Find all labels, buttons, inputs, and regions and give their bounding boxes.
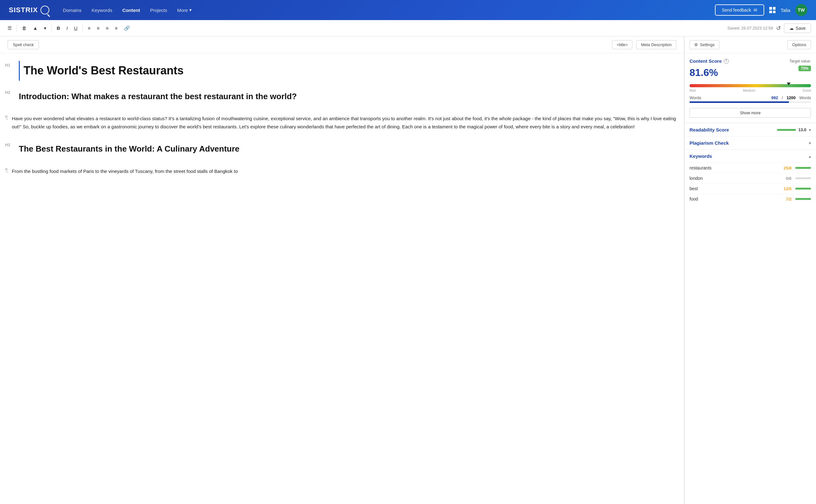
align-left-button[interactable]: ≡ — [85, 24, 93, 33]
block-p1: ¶ Have you ever wondered what elevates a… — [5, 112, 676, 133]
words-bar-fill — [690, 101, 789, 103]
block-p2: ¶ From the bustling food markets of Pari… — [5, 165, 676, 178]
block-label-h2-intro: H2 — [5, 88, 15, 95]
kw-row-food: food 7/2 — [690, 194, 811, 204]
kw-name: restaurants — [690, 165, 784, 170]
p1-text[interactable]: Have you ever wondered what elevates a r… — [12, 112, 676, 133]
content-score-header: Content Score ? Target value: — [690, 58, 811, 64]
logo-text: SISTRIX — [9, 6, 38, 14]
score-bar-labels: Bad Medium Good — [690, 88, 811, 92]
readability-title: Readability Score — [690, 127, 777, 132]
separator2 — [51, 24, 52, 32]
nav-domains[interactable]: Domains — [59, 5, 85, 15]
settings-button[interactable]: ⚙ Settings — [690, 40, 719, 49]
mail-icon: ✉ — [754, 8, 757, 13]
chevron-down-icon: ▾ — [189, 7, 192, 13]
apps-grid-icon[interactable] — [769, 7, 776, 13]
chevron-up-icon: ▴ — [809, 154, 811, 159]
editor-toolbar: ☰ 🗑 ▲ ▾ B I U ≡ ≡ ≡ ≡ 🔗 Saved: 26.07.202… — [0, 20, 816, 36]
kw-bar — [795, 167, 811, 169]
kw-row-best: best 12/5 — [690, 183, 811, 194]
readability-section[interactable]: Readability Score 13.0 ▾ — [684, 123, 816, 136]
score-indicator — [787, 83, 791, 85]
words-target: 1200 — [786, 95, 796, 100]
nav-more[interactable]: More ▾ — [173, 5, 195, 15]
move-down-button[interactable]: ▾ — [41, 24, 49, 33]
keywords-header[interactable]: Keywords ▴ — [690, 150, 811, 163]
editor-content[interactable]: H1 The World's Best Restaurants H2 Intro… — [0, 53, 684, 193]
chevron-down-icon: ▾ — [809, 127, 811, 132]
kw-name: food — [690, 196, 786, 201]
send-feedback-button[interactable]: Send feedback ✉ — [715, 4, 764, 16]
bold-button[interactable]: B — [54, 24, 63, 33]
kw-count: 12/5 — [784, 186, 792, 191]
logo[interactable]: SISTRIX — [9, 6, 49, 14]
readability-score: 13.0 — [798, 127, 806, 132]
main-nav: Domains Keywords Content Projects More ▾ — [59, 5, 705, 15]
block-label-h2-culinary: H2 — [5, 141, 15, 147]
show-more-button[interactable]: Show more — [690, 108, 811, 118]
kw-row-london: london 0/6 — [690, 173, 811, 183]
kw-bar — [795, 198, 811, 200]
separator3 — [83, 24, 83, 32]
delete-button[interactable]: 🗑 — [19, 24, 29, 33]
info-icon[interactable]: ? — [724, 59, 729, 64]
block-h2-intro: H2 Introduction: What makes a restaurant… — [5, 88, 676, 105]
editor-panel: Spell check <title> Meta Description H1 … — [0, 36, 684, 504]
kw-count: 7/2 — [786, 197, 792, 201]
h2-intro-text[interactable]: Introduction: What makes a restaurant th… — [19, 88, 676, 105]
kw-count: 25/8 — [784, 166, 792, 170]
target-label: Target value: — [789, 59, 811, 63]
meta-desc-button[interactable]: Meta Description — [636, 40, 676, 49]
block-h1: H1 The World's Best Restaurants — [5, 61, 676, 81]
user-name: Talia — [781, 8, 790, 13]
content-score-section: Content Score ? Target value: 81.6% 75% … — [684, 53, 816, 123]
save-status: Saved: 26.07.2023 12:58 — [727, 26, 773, 30]
nav-content[interactable]: Content — [119, 5, 144, 15]
separator — [17, 24, 17, 32]
spell-check-button[interactable]: Spell check — [8, 40, 39, 49]
justify-button[interactable]: ≡ — [112, 24, 120, 33]
kw-bar — [795, 177, 811, 179]
options-button[interactable]: Options — [787, 40, 811, 49]
undo-button[interactable]: ↺ — [774, 24, 783, 33]
main-layout: Spell check <title> Meta Description H1 … — [0, 36, 816, 504]
editor-top-bar: Spell check <title> Meta Description — [0, 36, 684, 53]
content-score-value: 81.6% — [690, 67, 718, 78]
link-button[interactable]: 🔗 — [121, 24, 132, 33]
plagiarism-section[interactable]: Plagiarism Check ▾ — [684, 136, 816, 149]
hamburger-button[interactable]: ☰ — [5, 24, 14, 33]
score-bar: Bad Medium Good — [690, 84, 811, 92]
p2-text[interactable]: From the bustling food markets of Paris … — [12, 165, 676, 178]
chevron-right-icon: ▾ — [809, 141, 811, 146]
underline-button[interactable]: U — [72, 24, 80, 33]
keywords-section: Keywords ▴ restaurants 25/8 london 0/6 b… — [684, 149, 816, 204]
words-current: 992 — [771, 95, 778, 100]
h2-culinary-text[interactable]: The Best Restaurants in the World: A Cul… — [19, 141, 676, 157]
nav-keywords[interactable]: Keywords — [88, 5, 116, 15]
words-unit: Words — [798, 95, 811, 100]
paragraph-icon-2: ¶ — [5, 165, 8, 174]
title-tag-button[interactable]: <title> — [612, 40, 632, 49]
block-label-h1: H1 — [5, 61, 15, 67]
gear-icon: ⚙ — [694, 42, 698, 47]
align-center-button[interactable]: ≡ — [94, 24, 102, 33]
save-button[interactable]: ☁ Save — [784, 24, 811, 33]
block-h2-culinary: H2 The Best Restaurants in the World: A … — [5, 141, 676, 157]
right-panel-header: ⚙ Settings Options — [684, 36, 816, 53]
nav-projects[interactable]: Projects — [146, 5, 171, 15]
words-progress-bar — [690, 101, 811, 103]
search-icon — [40, 6, 49, 14]
right-panel: ⚙ Settings Options Content Score ? Targe… — [684, 36, 816, 504]
align-right-button[interactable]: ≡ — [103, 24, 111, 33]
kw-name: best — [690, 186, 784, 191]
h1-text[interactable]: The World's Best Restaurants — [24, 61, 676, 81]
kw-count: 0/6 — [786, 176, 792, 181]
keywords-title: Keywords — [690, 153, 806, 159]
italic-button[interactable]: I — [64, 24, 70, 33]
move-up-button[interactable]: ▲ — [30, 24, 40, 33]
words-row: Words 992 / 1200 Words — [690, 95, 811, 100]
avatar[interactable]: TW — [795, 4, 807, 16]
content-score-title: Content Score ? — [690, 58, 729, 64]
cloud-icon: ☁ — [789, 26, 794, 31]
